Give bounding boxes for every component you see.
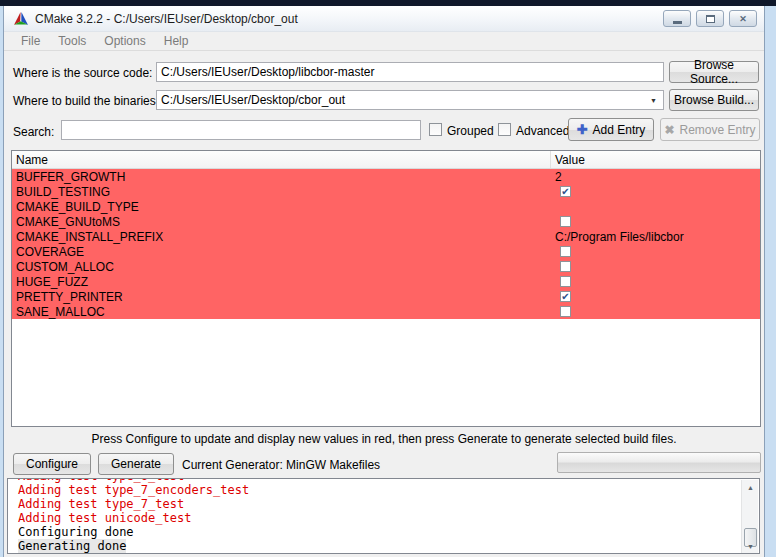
remove-icon: ✖	[664, 124, 674, 136]
add-icon: ✚	[577, 123, 588, 136]
source-code-label: Where is the source code:	[13, 66, 152, 80]
build-binaries-label: Where to build the binaries:	[13, 94, 159, 108]
search-label: Search:	[13, 125, 54, 139]
table-row[interactable]: CMAKE_INSTALL_PREFIXC:/Program Files/lib…	[12, 229, 760, 244]
scroll-up-icon[interactable]: ▲	[742, 480, 759, 495]
cmake-window: CMake 3.2.2 - C:/Users/IEUser/Desktop/cb…	[3, 6, 765, 557]
cache-entry-value[interactable]: ✔	[551, 291, 760, 302]
cache-entry-name[interactable]: HUGE_FUZZ	[12, 275, 551, 289]
source-code-input[interactable]	[156, 62, 664, 82]
combo-dropdown-icon[interactable]: ▼	[650, 97, 657, 104]
menu-item-file[interactable]: File	[12, 32, 49, 50]
table-row[interactable]: COVERAGE	[12, 244, 760, 259]
log-line: Configuring done	[18, 525, 759, 539]
value-checkbox-unchecked[interactable]	[560, 261, 571, 272]
minimize-icon	[673, 21, 682, 24]
cmake-logo-icon	[13, 11, 29, 27]
close-button[interactable]: ✕	[729, 10, 757, 27]
close-icon: ✕	[739, 14, 747, 24]
browse-source-button[interactable]: Browse Source...	[669, 61, 759, 83]
remove-entry-button[interactable]: ✖ Remove Entry	[660, 118, 760, 141]
cache-entry-name[interactable]: COVERAGE	[12, 245, 551, 259]
log-scrollbar[interactable]: ▲ ▼	[741, 480, 758, 554]
configure-button[interactable]: Configure	[13, 453, 91, 475]
value-checkbox-unchecked[interactable]	[560, 276, 571, 287]
cache-entry-name[interactable]: PRETTY_PRINTER	[12, 290, 551, 304]
value-text[interactable]: C:/Program Files/libcbor	[555, 230, 684, 244]
value-checkbox-unchecked[interactable]	[560, 246, 571, 257]
cache-entry-value[interactable]	[551, 246, 760, 257]
value-text[interactable]: 2	[555, 170, 562, 184]
log-line: Adding test type_7_test	[18, 497, 759, 511]
table-row[interactable]: SANE_MALLOC	[12, 304, 760, 319]
menu-item-options[interactable]: Options	[95, 32, 154, 50]
progress-bar	[557, 452, 761, 473]
advanced-checkbox[interactable]	[498, 123, 511, 136]
cache-entry-value[interactable]: 2	[551, 170, 760, 184]
log-line: Generating done	[18, 539, 759, 553]
generate-button[interactable]: Generate	[98, 453, 174, 475]
column-header-value[interactable]: Value	[551, 151, 760, 168]
grouped-label: Grouped	[447, 124, 494, 138]
menu-bar: FileToolsOptionsHelp	[4, 32, 764, 51]
table-row[interactable]: BUFFER_GROWTH2	[12, 169, 760, 184]
value-checkbox-unchecked[interactable]	[560, 216, 571, 227]
cache-entry-value[interactable]: C:/Program Files/libcbor	[551, 230, 760, 244]
add-entry-button[interactable]: ✚ Add Entry	[568, 118, 654, 141]
maximize-button[interactable]	[696, 10, 724, 27]
build-binaries-combobox[interactable]	[156, 90, 664, 110]
grouped-checkbox[interactable]	[429, 123, 442, 136]
remove-entry-label: Remove Entry	[680, 123, 756, 137]
browse-build-button[interactable]: Browse Build...	[669, 89, 759, 111]
table-row[interactable]: CMAKE_BUILD_TYPE	[12, 199, 760, 214]
cache-entry-value[interactable]	[551, 306, 760, 317]
value-checkbox-checked[interactable]: ✔	[560, 291, 571, 302]
output-log[interactable]: Adding test type_6_testAdding test type_…	[7, 478, 760, 554]
table-row[interactable]: HUGE_FUZZ	[12, 274, 760, 289]
cache-entry-name[interactable]: CUSTOM_ALLOC	[12, 260, 551, 274]
column-header-name[interactable]: Name	[12, 151, 551, 168]
add-entry-label: Add Entry	[593, 123, 646, 137]
scroll-down-icon[interactable]: ▼	[742, 539, 759, 554]
cache-table: Name Value BUFFER_GROWTH2BUILD_TESTING✔C…	[11, 150, 761, 427]
screen: CMake 3.2.2 - C:/Users/IEUser/Desktop/cb…	[0, 0, 776, 557]
log-line: Adding test type_7_encoders_test	[18, 483, 759, 497]
cache-entry-value[interactable]	[551, 261, 760, 272]
menu-item-tools[interactable]: Tools	[49, 32, 95, 50]
advanced-label: Advanced	[516, 124, 569, 138]
search-input[interactable]	[61, 120, 421, 140]
table-row[interactable]: PRETTY_PRINTER✔	[12, 289, 760, 304]
title-bar[interactable]: CMake 3.2.2 - C:/Users/IEUser/Desktop/cb…	[4, 6, 764, 32]
cache-entry-value[interactable]	[551, 276, 760, 287]
menu-item-help[interactable]: Help	[155, 32, 198, 50]
cache-entry-name[interactable]: BUILD_TESTING	[12, 185, 551, 199]
value-checkbox-unchecked[interactable]	[560, 306, 571, 317]
table-row[interactable]: CUSTOM_ALLOC	[12, 259, 760, 274]
table-row[interactable]: BUILD_TESTING✔	[12, 184, 760, 199]
value-checkbox-checked[interactable]: ✔	[560, 186, 571, 197]
cache-entry-name[interactable]: CMAKE_GNUtoMS	[12, 215, 551, 229]
cache-entry-value[interactable]	[551, 216, 760, 227]
configure-hint-text: Press Configure to update and display ne…	[4, 432, 764, 446]
minimize-button[interactable]	[663, 10, 691, 27]
table-row[interactable]: CMAKE_GNUtoMS	[12, 214, 760, 229]
current-generator-label: Current Generator: MinGW Makefiles	[182, 458, 380, 472]
cache-entry-value[interactable]: ✔	[551, 186, 760, 197]
maximize-icon	[706, 15, 715, 23]
log-line: Adding test unicode_test	[18, 511, 759, 525]
cache-entry-name[interactable]: CMAKE_BUILD_TYPE	[12, 200, 551, 214]
cache-entry-name[interactable]: CMAKE_INSTALL_PREFIX	[12, 230, 551, 244]
cache-table-header[interactable]: Name Value	[12, 151, 760, 169]
cache-entry-name[interactable]: BUFFER_GROWTH	[12, 170, 551, 184]
window-title: CMake 3.2.2 - C:/Users/IEUser/Desktop/cb…	[35, 12, 298, 26]
cache-entry-name[interactable]: SANE_MALLOC	[12, 305, 551, 319]
